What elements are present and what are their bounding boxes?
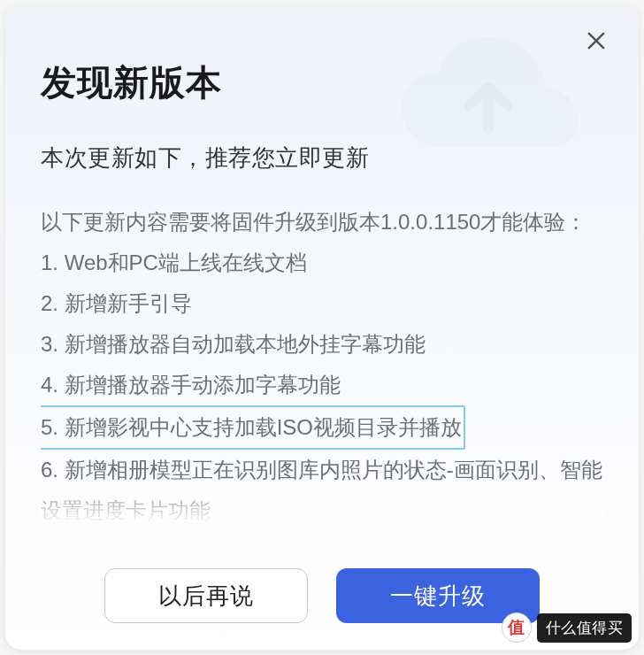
version-note: 以下更新内容需要将固件升级到版本1.0.0.1150才能体验： (41, 204, 603, 241)
change-item: 3. 新增播放器自动加载本地外挂字幕功能 (41, 324, 603, 365)
changes-list: 1. Web和PC端上线在线文档2. 新增新手引导3. 新增播放器自动加载本地外… (41, 243, 603, 522)
change-item: 6. 新增相册模型正在识别图库内照片的状态-画面识别、智能设置进度卡片功能 (41, 450, 603, 522)
close-icon (584, 28, 609, 53)
later-button[interactable]: 以后再说 (104, 568, 308, 623)
dialog-title: 发现新版本 (41, 58, 603, 107)
dialog-subtitle: 本次更新如下，推荐您立即更新 (41, 143, 603, 173)
update-dialog: 发现新版本 本次更新如下，推荐您立即更新 以下更新内容需要将固件升级到版本1.0… (5, 5, 639, 650)
close-button[interactable] (579, 23, 614, 58)
watermark-badge: 值 (502, 613, 532, 643)
changelog-content: 以下更新内容需要将固件升级到版本1.0.0.1150才能体验： 1. Web和P… (41, 204, 603, 522)
change-item: 1. Web和PC端上线在线文档 (41, 243, 603, 283)
change-item: 4. 新增播放器手动添加字幕功能 (41, 365, 603, 405)
highlighted-change: 5. 新增影视中心支持加载ISO视频目录并播放 (41, 405, 465, 450)
change-item: 5. 新增影视中心支持加载ISO视频目录并播放 (41, 405, 603, 450)
change-item: 2. 新增新手引导 (41, 283, 603, 324)
watermark: 值 什么值得买 (502, 613, 632, 643)
watermark-text: 什么值得买 (537, 613, 632, 643)
